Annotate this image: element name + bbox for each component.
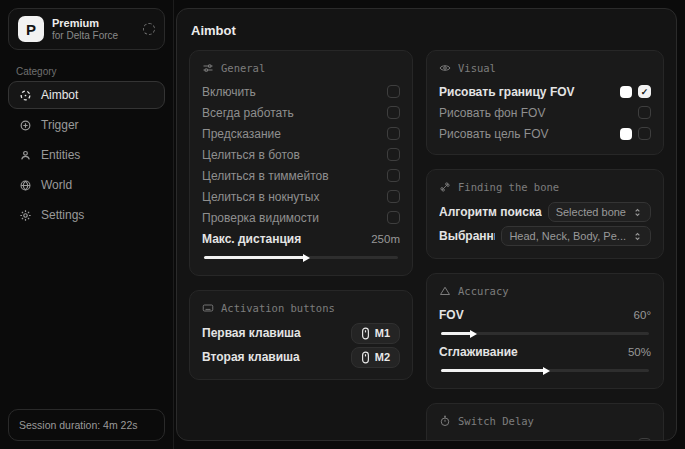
smoothing-slider[interactable] <box>441 369 649 372</box>
setting-row: Целиться в нокнутых <box>202 186 400 207</box>
card-bone-header: Finding the bone <box>439 181 651 193</box>
sidebar-item-label: Entities <box>41 148 80 162</box>
left-column: General Включить Всегда работать Предска… <box>189 50 413 380</box>
setting-label: Первая клавиша <box>202 326 345 340</box>
setting-label: Включить <box>202 85 381 99</box>
app-title-block: Premium for Delta Force <box>52 17 135 41</box>
eye-icon <box>439 62 451 74</box>
setting-label: Предсказание <box>202 127 381 141</box>
session-duration: Session duration: 4m 22s <box>8 409 165 441</box>
second-key-button[interactable]: M2 <box>351 347 400 368</box>
unfold-icon <box>632 207 643 218</box>
setting-row: Первая клавиша M1 <box>202 321 400 345</box>
checkbox-target-knocked[interactable] <box>387 190 400 203</box>
refresh-spinner-icon[interactable] <box>143 23 155 35</box>
slider-fill[interactable] <box>441 369 545 372</box>
app-subtitle: for Delta Force <box>52 30 135 42</box>
section-title: Activation buttons <box>221 302 335 314</box>
fov-value: 60° <box>634 309 651 321</box>
app-title: Premium <box>52 17 135 30</box>
checkbox-switch-delay[interactable] <box>638 438 651 441</box>
section-title: Visual <box>458 62 496 74</box>
fov-target-color-swatch[interactable] <box>620 128 632 140</box>
slider-fill[interactable] <box>441 332 472 335</box>
app-logo: P <box>18 16 44 42</box>
section-title: General <box>221 62 265 74</box>
key-binding: M2 <box>375 351 390 363</box>
card-accuracy: Accuracy FOV 60° Сглаживание 50% <box>426 273 664 389</box>
keyboard-icon <box>202 302 214 314</box>
setting-row: Целиться в тиммейтов <box>202 165 400 186</box>
smoothing-value: 50% <box>628 346 651 358</box>
setting-row: Предсказание <box>202 123 400 144</box>
setting-row: Вторая клавиша M2 <box>202 345 400 369</box>
setting-label: Целиться в нокнутых <box>202 190 381 204</box>
sidebar-item-aimbot[interactable]: Aimbot <box>8 81 165 109</box>
sidebar-spacer <box>0 229 173 401</box>
setting-label: Сглаживание <box>439 345 622 359</box>
setting-row: Рисовать границу FOV ✓ <box>439 81 651 102</box>
checkbox-draw-fov-target[interactable] <box>638 127 651 140</box>
card-visual-header: Visual <box>439 62 651 74</box>
checkbox-draw-fov-background[interactable] <box>638 106 651 119</box>
triangle-icon <box>439 285 451 297</box>
sidebar-item-label: Aimbot <box>41 88 78 102</box>
sidebar-item-label: Settings <box>41 208 84 222</box>
sidebar-item-trigger[interactable]: Trigger <box>8 111 165 139</box>
trigger-scope-icon <box>19 119 32 132</box>
setting-label: Всегда работать <box>202 106 381 120</box>
checkbox-always-work[interactable] <box>387 106 400 119</box>
section-title: Switch Delay <box>458 415 534 427</box>
checkbox-prediction[interactable] <box>387 127 400 140</box>
max-distance-slider[interactable] <box>204 256 398 259</box>
card-switch-delay-header: Switch Delay <box>439 415 651 427</box>
setting-label: Выбранные кос <box>439 229 495 243</box>
entities-person-icon <box>19 149 32 162</box>
right-column: Visual Рисовать границу FOV ✓ Рисовать ф… <box>426 50 664 441</box>
section-title: Accuracy <box>458 285 509 297</box>
checkbox-enable[interactable] <box>387 85 400 98</box>
max-distance-value: 250m <box>371 233 400 245</box>
setting-row: Задержка переключения <box>439 434 651 441</box>
setting-label: FOV <box>439 308 628 322</box>
fov-border-color-swatch[interactable] <box>620 86 632 98</box>
card-general-header: General <box>202 62 400 74</box>
setting-label: Рисовать границу FOV <box>439 85 614 99</box>
setting-label: Вторая клавиша <box>202 350 345 364</box>
setting-label: Задержка переключения <box>439 438 632 442</box>
selected-bones-dropdown[interactable]: Head, Neck, Body, Pe... <box>501 226 651 246</box>
setting-label: Рисовать цель FOV <box>439 127 614 141</box>
checkbox-target-teammates[interactable] <box>387 169 400 182</box>
timer-icon <box>439 415 451 427</box>
checkbox-visibility-check[interactable] <box>387 211 400 224</box>
sidebar-item-label: Trigger <box>41 118 79 132</box>
first-key-button[interactable]: M1 <box>351 323 400 344</box>
dropdown-value: Head, Neck, Body, Pe... <box>509 230 626 242</box>
bone-algorithm-dropdown[interactable]: Selected bone <box>548 202 651 222</box>
card-general: General Включить Всегда работать Предска… <box>189 50 413 276</box>
sidebar-item-settings[interactable]: Settings <box>8 201 165 229</box>
setting-row: Целиться в ботов <box>202 144 400 165</box>
setting-label: Целиться в тиммейтов <box>202 169 381 183</box>
sidebar: P Premium for Delta Force Category Aimbo… <box>0 0 174 449</box>
fov-slider[interactable] <box>441 332 649 335</box>
sidebar-item-entities[interactable]: Entities <box>8 141 165 169</box>
sidebar-nav: Aimbot Trigger Entities World Settings <box>0 81 173 229</box>
key-binding: M1 <box>375 327 390 339</box>
checkbox-target-bots[interactable] <box>387 148 400 161</box>
dropdown-value: Selected bone <box>556 206 626 218</box>
unfold-icon <box>632 231 643 242</box>
section-title: Finding the bone <box>458 181 559 193</box>
setting-label: Макс. дистанция <box>202 232 365 246</box>
setting-label: Алгоритм поиска кост <box>439 205 542 219</box>
page-title: Aimbot <box>191 23 664 38</box>
sidebar-item-world[interactable]: World <box>8 171 165 199</box>
setting-row: Сглаживание 50% <box>439 341 651 362</box>
bone-icon <box>439 181 451 193</box>
setting-row: Всегда работать <box>202 102 400 123</box>
slider-fill[interactable] <box>204 256 305 259</box>
mouse-icon <box>361 351 370 364</box>
checkbox-draw-fov-border[interactable]: ✓ <box>638 85 651 98</box>
card-activation-header: Activation buttons <box>202 302 400 314</box>
card-visual: Visual Рисовать границу FOV ✓ Рисовать ф… <box>426 50 664 155</box>
